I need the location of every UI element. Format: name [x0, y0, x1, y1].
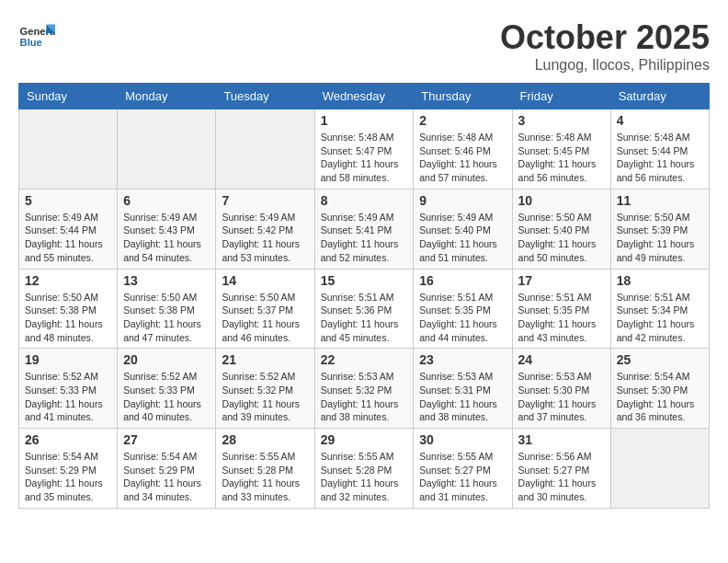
calendar-cell: 1Sunrise: 5:48 AMSunset: 5:47 PMDaylight…: [314, 109, 414, 190]
day-number: 22: [321, 352, 408, 367]
calendar-week-row: 12Sunrise: 5:50 AMSunset: 5:38 PMDayligh…: [19, 269, 710, 349]
day-number: 16: [419, 273, 506, 288]
day-number: 13: [123, 273, 210, 288]
calendar-cell: 14Sunrise: 5:50 AMSunset: 5:37 PMDayligh…: [216, 269, 314, 349]
day-info: Sunrise: 5:50 AMSunset: 5:38 PMDaylight:…: [123, 291, 210, 345]
weekday-header: Saturday: [610, 84, 709, 109]
calendar-cell: 2Sunrise: 5:48 AMSunset: 5:46 PMDaylight…: [414, 109, 512, 190]
calendar-cell: 16Sunrise: 5:51 AMSunset: 5:35 PMDayligh…: [414, 269, 512, 349]
calendar-cell: 10Sunrise: 5:50 AMSunset: 5:40 PMDayligh…: [512, 189, 610, 269]
day-number: 31: [518, 432, 605, 447]
month-title: October 2025: [500, 18, 710, 57]
day-info: Sunrise: 5:49 AMSunset: 5:40 PMDaylight:…: [419, 211, 506, 265]
calendar-cell: 28Sunrise: 5:55 AMSunset: 5:28 PMDayligh…: [216, 429, 314, 509]
weekday-header: Tuesday: [216, 84, 314, 109]
day-number: 12: [25, 273, 111, 288]
day-info: Sunrise: 5:50 AMSunset: 5:40 PMDaylight:…: [518, 211, 605, 265]
day-number: 3: [518, 113, 605, 128]
calendar-cell: [19, 109, 118, 190]
day-number: 27: [123, 432, 210, 447]
day-info: Sunrise: 5:55 AMSunset: 5:28 PMDaylight:…: [321, 450, 408, 504]
calendar-cell: 13Sunrise: 5:50 AMSunset: 5:38 PMDayligh…: [118, 269, 216, 349]
calendar-cell: 5Sunrise: 5:49 AMSunset: 5:44 PMDaylight…: [19, 189, 118, 269]
calendar-week-row: 19Sunrise: 5:52 AMSunset: 5:33 PMDayligh…: [19, 349, 710, 429]
weekday-header: Thursday: [414, 84, 512, 109]
day-info: Sunrise: 5:54 AMSunset: 5:29 PMDaylight:…: [123, 450, 210, 504]
weekday-header: Monday: [118, 84, 216, 109]
calendar-cell: 26Sunrise: 5:54 AMSunset: 5:29 PMDayligh…: [19, 429, 118, 509]
day-info: Sunrise: 5:48 AMSunset: 5:44 PMDaylight:…: [617, 131, 703, 185]
day-number: 18: [617, 273, 703, 288]
day-info: Sunrise: 5:48 AMSunset: 5:45 PMDaylight:…: [518, 131, 605, 185]
title-area: October 2025 Lungog, Ilocos, Philippines: [500, 18, 710, 74]
day-number: 5: [25, 193, 111, 208]
logo-icon: General Blue: [18, 18, 55, 55]
calendar-cell: 18Sunrise: 5:51 AMSunset: 5:34 PMDayligh…: [610, 269, 709, 349]
calendar-table: SundayMondayTuesdayWednesdayThursdayFrid…: [18, 83, 710, 509]
day-info: Sunrise: 5:51 AMSunset: 5:35 PMDaylight:…: [518, 291, 605, 345]
day-info: Sunrise: 5:55 AMSunset: 5:27 PMDaylight:…: [419, 450, 506, 504]
calendar-cell: 27Sunrise: 5:54 AMSunset: 5:29 PMDayligh…: [118, 429, 216, 509]
day-info: Sunrise: 5:52 AMSunset: 5:33 PMDaylight:…: [25, 370, 111, 424]
day-number: 9: [419, 193, 506, 208]
day-info: Sunrise: 5:54 AMSunset: 5:30 PMDaylight:…: [617, 370, 703, 424]
logo: General Blue: [18, 18, 60, 55]
calendar-cell: 6Sunrise: 5:49 AMSunset: 5:43 PMDaylight…: [118, 189, 216, 269]
day-info: Sunrise: 5:49 AMSunset: 5:43 PMDaylight:…: [123, 211, 210, 265]
calendar-cell: 19Sunrise: 5:52 AMSunset: 5:33 PMDayligh…: [19, 349, 118, 429]
calendar-cell: 25Sunrise: 5:54 AMSunset: 5:30 PMDayligh…: [610, 349, 709, 429]
calendar-cell: [118, 109, 216, 190]
day-info: Sunrise: 5:50 AMSunset: 5:37 PMDaylight:…: [222, 291, 308, 345]
day-number: 15: [321, 273, 408, 288]
calendar-cell: 21Sunrise: 5:52 AMSunset: 5:32 PMDayligh…: [216, 349, 314, 429]
calendar-cell: 8Sunrise: 5:49 AMSunset: 5:41 PMDaylight…: [314, 189, 414, 269]
calendar-cell: 20Sunrise: 5:52 AMSunset: 5:33 PMDayligh…: [118, 349, 216, 429]
day-number: 1: [321, 113, 408, 128]
calendar-cell: 17Sunrise: 5:51 AMSunset: 5:35 PMDayligh…: [512, 269, 610, 349]
calendar-cell: 30Sunrise: 5:55 AMSunset: 5:27 PMDayligh…: [414, 429, 512, 509]
day-info: Sunrise: 5:50 AMSunset: 5:38 PMDaylight:…: [25, 291, 111, 345]
weekday-header: Sunday: [19, 84, 118, 109]
calendar-cell: 29Sunrise: 5:55 AMSunset: 5:28 PMDayligh…: [314, 429, 414, 509]
day-info: Sunrise: 5:53 AMSunset: 5:32 PMDaylight:…: [321, 370, 408, 424]
page-header: General Blue October 2025 Lungog, Ilocos…: [18, 18, 710, 74]
day-number: 19: [25, 352, 111, 367]
day-number: 23: [419, 352, 506, 367]
day-info: Sunrise: 5:50 AMSunset: 5:39 PMDaylight:…: [617, 211, 703, 265]
calendar-cell: 31Sunrise: 5:56 AMSunset: 5:27 PMDayligh…: [512, 429, 610, 509]
day-number: 6: [123, 193, 210, 208]
calendar-cell: 12Sunrise: 5:50 AMSunset: 5:38 PMDayligh…: [19, 269, 118, 349]
day-number: 11: [617, 193, 703, 208]
calendar-cell: [216, 109, 314, 190]
calendar-cell: 9Sunrise: 5:49 AMSunset: 5:40 PMDaylight…: [414, 189, 512, 269]
day-info: Sunrise: 5:52 AMSunset: 5:32 PMDaylight:…: [222, 370, 308, 424]
day-number: 29: [321, 432, 408, 447]
day-number: 2: [419, 113, 506, 128]
calendar-cell: 4Sunrise: 5:48 AMSunset: 5:44 PMDaylight…: [610, 109, 709, 190]
day-info: Sunrise: 5:55 AMSunset: 5:28 PMDaylight:…: [222, 450, 308, 504]
day-info: Sunrise: 5:48 AMSunset: 5:46 PMDaylight:…: [419, 131, 506, 185]
day-number: 26: [25, 432, 111, 447]
day-number: 10: [518, 193, 605, 208]
svg-text:Blue: Blue: [20, 37, 42, 48]
calendar-cell: [610, 429, 709, 509]
day-number: 7: [222, 193, 308, 208]
location: Lungog, Ilocos, Philippines: [500, 57, 710, 74]
day-number: 8: [321, 193, 408, 208]
day-info: Sunrise: 5:52 AMSunset: 5:33 PMDaylight:…: [123, 370, 210, 424]
day-number: 17: [518, 273, 605, 288]
day-info: Sunrise: 5:49 AMSunset: 5:44 PMDaylight:…: [25, 211, 111, 265]
calendar-cell: 24Sunrise: 5:53 AMSunset: 5:30 PMDayligh…: [512, 349, 610, 429]
calendar-cell: 3Sunrise: 5:48 AMSunset: 5:45 PMDaylight…: [512, 109, 610, 190]
calendar-cell: 15Sunrise: 5:51 AMSunset: 5:36 PMDayligh…: [314, 269, 414, 349]
calendar-week-row: 5Sunrise: 5:49 AMSunset: 5:44 PMDaylight…: [19, 189, 710, 269]
day-info: Sunrise: 5:49 AMSunset: 5:41 PMDaylight:…: [321, 211, 408, 265]
day-info: Sunrise: 5:51 AMSunset: 5:36 PMDaylight:…: [321, 291, 408, 345]
weekday-header-row: SundayMondayTuesdayWednesdayThursdayFrid…: [19, 84, 710, 109]
day-number: 4: [617, 113, 703, 128]
calendar-cell: 23Sunrise: 5:53 AMSunset: 5:31 PMDayligh…: [414, 349, 512, 429]
day-info: Sunrise: 5:53 AMSunset: 5:31 PMDaylight:…: [419, 370, 506, 424]
weekday-header: Wednesday: [314, 84, 414, 109]
day-info: Sunrise: 5:49 AMSunset: 5:42 PMDaylight:…: [222, 211, 308, 265]
calendar-cell: 11Sunrise: 5:50 AMSunset: 5:39 PMDayligh…: [610, 189, 709, 269]
